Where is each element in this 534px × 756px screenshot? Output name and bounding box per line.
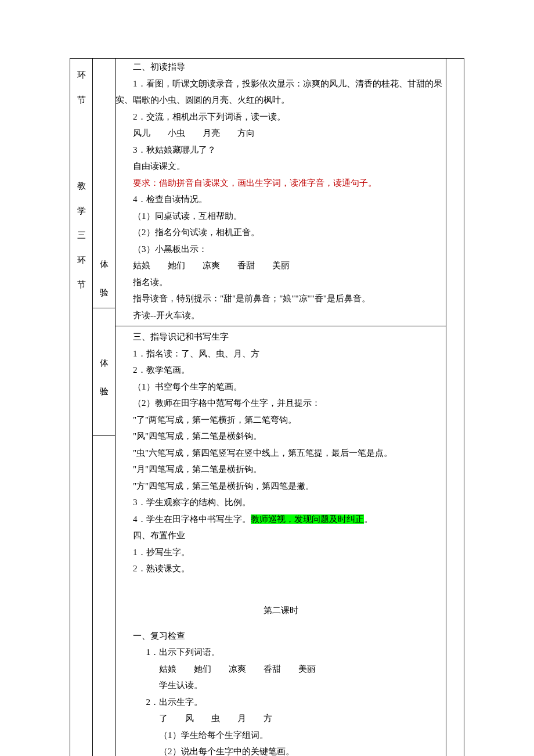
body-text: （2）指名分句试读，相机正音。 bbox=[116, 224, 446, 241]
body-text: 自由读课文。 bbox=[116, 158, 446, 175]
body-text: "了"两笔写成，第一笔横折，第二笔弯钩。 bbox=[116, 412, 446, 429]
body-text: （1）书空每个生字的笔画。 bbox=[116, 379, 446, 395]
word-list: 风儿 小虫 月亮 方向 bbox=[116, 125, 446, 142]
body-text: 2．教学笔画。 bbox=[116, 362, 446, 379]
heading-4: 四、布置作业 bbox=[116, 527, 446, 544]
body-text: 指名读。 bbox=[116, 274, 446, 291]
col-subsection-label: 体 验 体 验 bbox=[93, 59, 116, 757]
body-text: 2．出示生字。 bbox=[116, 694, 446, 711]
body-text: "虫"六笔写成，第四笔竖写在竖中线上，第五笔提，最后一笔是点。 bbox=[116, 445, 392, 462]
label-char: 验 bbox=[96, 383, 111, 400]
body-text: 2．熟读课文。 bbox=[116, 560, 446, 577]
label-char: 验 bbox=[96, 285, 111, 301]
body-text: （1）同桌试读，互相帮助。 bbox=[116, 208, 446, 225]
highlighted-text: 教师巡视，发现问题及时纠正 bbox=[251, 514, 364, 524]
body-text: 指导读音，特别提示："甜"是前鼻音；"娘""凉""香"是后鼻音。 bbox=[116, 290, 446, 307]
heading-1: 一、复习检查 bbox=[116, 628, 446, 645]
body-text: "方"四笔写成，第三笔是横折钩，第四笔是撇。 bbox=[116, 478, 446, 495]
label-char: 节 bbox=[70, 92, 92, 109]
label-char: 三 bbox=[70, 227, 92, 244]
body-text: 2．交流，相机出示下列词语，读一读。 bbox=[116, 109, 446, 125]
body-text: "风"四笔写成，第二笔是横斜钩。 bbox=[116, 428, 446, 445]
body-text: 1．抄写生字。 bbox=[116, 544, 446, 561]
label-char: 环 bbox=[70, 67, 92, 84]
body-text: 4．学生在田字格中书写生字。 bbox=[133, 514, 251, 524]
body-text: （2）教师在田字格中范写每个生字，并且提示： bbox=[116, 395, 446, 412]
word-list: 姑娘 她们 凉爽 香甜 美丽 bbox=[116, 661, 446, 678]
body-text: 。 bbox=[364, 514, 373, 524]
heading-3: 三、指导识记和书写生字 bbox=[116, 329, 446, 345]
word-list: 姑娘 她们 凉爽 香甜 美丽 bbox=[116, 257, 446, 274]
body-text: 1．指名读：了、风、虫、月、方 bbox=[116, 345, 446, 362]
body-text: （2）说出每个生字中的关键笔画。 bbox=[116, 743, 446, 756]
body-text: 3．学生观察字的结构、比例。 bbox=[116, 494, 446, 511]
body-text: 4．检查自读情况。 bbox=[116, 191, 446, 208]
label-char: 节 bbox=[70, 276, 92, 293]
body-text: 1．出示下列词语。 bbox=[116, 644, 446, 661]
label-char: 教 bbox=[70, 178, 92, 195]
char-list: 了 风 虫 月 方 bbox=[116, 710, 446, 727]
body-text: 3．秋姑娘藏哪儿了？ bbox=[116, 142, 446, 159]
body-text: （3）小黑板出示： bbox=[116, 241, 446, 258]
body-text: 齐读--开火车读。 bbox=[116, 307, 446, 324]
col-content: 二、初读指导 1．看图，听课文朗读录音，投影依次显示：凉爽的风儿、清香的桂花、甘… bbox=[116, 59, 446, 757]
label-char: 体 bbox=[96, 355, 111, 372]
label-char: 学 bbox=[70, 203, 92, 219]
label-char: 体 bbox=[96, 256, 111, 273]
col-notes bbox=[446, 59, 464, 757]
heading-2: 二、初读指导 bbox=[116, 59, 446, 75]
lesson-title: 第二课时 bbox=[116, 602, 446, 619]
label-char: 环 bbox=[70, 252, 92, 269]
body-text: 4．学生在田字格中书写生字。教师巡视，发现问题及时纠正。 bbox=[116, 511, 446, 528]
lesson-table: 环 节 教 学 三 环 节 体 验 体 验 二、初读指导 1．看图，听课文朗读录… bbox=[70, 58, 464, 756]
body-text: （1）学生给每个生字组词。 bbox=[116, 727, 446, 744]
col-section-label: 环 节 教 学 三 环 节 bbox=[70, 59, 93, 757]
body-text: 学生认读。 bbox=[116, 677, 446, 694]
body-text: 1．看图，听课文朗读录音，投影依次显示：凉爽的风儿、清香的桂花、甘甜的果实、唱歌… bbox=[116, 75, 446, 109]
requirement-text: 要求：借助拼音自读课文，画出生字词，读准字音，读通句子。 bbox=[116, 175, 446, 192]
body-text: "月"四笔写成，第二笔是横折钩。 bbox=[116, 461, 446, 478]
